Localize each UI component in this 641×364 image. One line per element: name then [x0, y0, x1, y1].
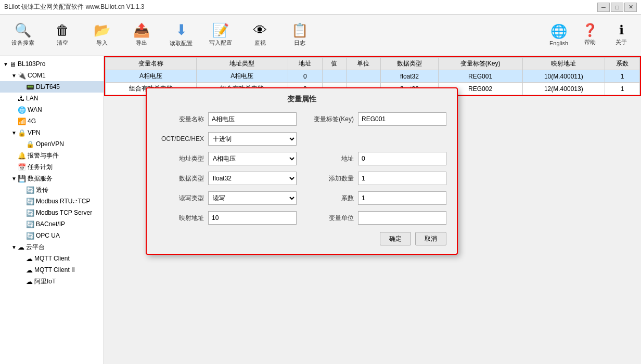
export-button[interactable]: 📤 导出	[124, 18, 159, 53]
sidebar-item-vpn[interactable]: ▼🔒VPN	[0, 127, 104, 138]
toolbar: 🔍 设备搜索 🗑 清空 📂 导入 📤 导出 ⬇ 读取配置 📝 写入配置 👁 监视…	[0, 15, 641, 56]
log-button[interactable]: 📋 日志	[282, 18, 317, 53]
tree-node-icon-modbus-tcp-server: 🔄	[26, 209, 34, 217]
tree-node-icon-cloud: ☁	[18, 243, 24, 251]
sidebar-item-alert[interactable]: 🔔报警与事件	[0, 150, 104, 161]
content-area: 变量名称地址类型地址值单位数据类型变量标签(Key)映射地址系数 A相电压A相电…	[104, 56, 641, 364]
tree-label-wan: WAN	[28, 106, 42, 113]
english-button[interactable]: 🌐 English	[544, 18, 573, 53]
addr-row: 地址	[307, 152, 446, 165]
title-text: BLiiot 钡铼工业网关配置软件 www.BLiiot.cn V1.1.3	[4, 3, 144, 11]
sidebar-item-4g[interactable]: 📶4G	[0, 115, 104, 127]
oct-dec-hex-label: OCT/DEC/HEX	[157, 135, 204, 142]
tree-label-mqtt-client: MQTT Client	[34, 255, 70, 262]
coeff-row: 系数	[307, 191, 446, 205]
add-count-input[interactable]	[358, 172, 446, 185]
tree-node-icon-openvpn: 🔒	[26, 140, 34, 148]
table-header-cell: 变量标签(Key)	[438, 58, 522, 70]
addr-type-select[interactable]: A相电压	[208, 152, 297, 165]
expand-icon-com1: ▼	[10, 73, 18, 79]
help-button[interactable]: ❓ 帮助	[575, 18, 605, 53]
dialog-title: 变量属性	[157, 95, 446, 104]
export-icon: 📤	[133, 23, 150, 37]
tree-label-openvpn: OpenVPN	[36, 140, 64, 148]
tree-label-4g: 4G	[28, 118, 36, 125]
about-label: 关于	[616, 38, 627, 46]
expand-icon-cloud: ▼	[10, 244, 18, 250]
clear-icon: 🗑	[56, 23, 69, 37]
add-count-label: 添加数量	[307, 174, 354, 183]
tree-node-icon-opc-ua: 🔄	[26, 232, 34, 240]
sidebar-item-data-service[interactable]: ▼💾数据服务	[0, 173, 104, 184]
unit-input[interactable]	[358, 211, 446, 225]
tree-label-dl-t645: DL/T645	[36, 83, 60, 90]
table-row[interactable]: A相电压A相电压0float32REG00110(M.400011)1	[106, 70, 640, 83]
import-button[interactable]: 📂 导入	[84, 18, 120, 53]
addr-input[interactable]	[358, 152, 446, 165]
monitor-icon: 👁	[253, 23, 267, 37]
sidebar-item-com1[interactable]: ▼🔌COM1	[0, 70, 104, 81]
sidebar-item-transparent[interactable]: 🔄透传	[0, 184, 104, 196]
table-cell: A相电压	[197, 70, 288, 83]
minimize-button[interactable]: ─	[597, 3, 610, 12]
map-addr-input[interactable]	[208, 211, 297, 225]
addr-type-label: 地址类型	[157, 154, 204, 163]
tree-label-vpn: VPN	[28, 129, 41, 136]
sidebar-item-opc-ua[interactable]: 🔄OPC UA	[0, 230, 104, 241]
write-config-icon: 📝	[212, 23, 229, 37]
sidebar-item-modbus-tcp-server[interactable]: 🔄Modbus TCP Server	[0, 207, 104, 218]
write-config-label: 写入配置	[209, 39, 232, 47]
tree-label-data-service: 数据服务	[28, 174, 53, 183]
addr-type-row: 地址类型 A相电压	[157, 152, 297, 165]
about-button[interactable]: ℹ 关于	[607, 18, 636, 53]
close-button[interactable]: ✕	[624, 3, 637, 12]
clear-label: 清空	[57, 39, 68, 47]
oct-dec-hex-select[interactable]: 十进制八进制十六进制	[208, 132, 297, 146]
addr-label: 地址	[307, 154, 354, 163]
tree-label-modbus-rtu-tcp: Modbus RTU⇌TCP	[36, 198, 90, 205]
data-type-row: 数据类型 float32int16int32uint16uint32	[157, 172, 297, 185]
read-config-button[interactable]: ⬇ 读取配置	[163, 18, 199, 53]
variable-properties-dialog: 变量属性 变量名称 变量标签(Key) OCT/DEC/HEX 十进制八进制十六…	[146, 87, 458, 255]
sidebar-item-task[interactable]: 📅任务计划	[0, 161, 104, 173]
tree-label-bacnet-ip: BACnet/IP	[36, 220, 65, 228]
tree-label-lan: LAN	[26, 95, 38, 102]
tree-node-icon-mqtt-client-2: ☁	[26, 266, 33, 274]
tree-label-cloud: 云平台	[26, 243, 45, 252]
table-cell	[323, 70, 346, 83]
write-config-button[interactable]: 📝 写入配置	[203, 18, 238, 53]
coeff-input[interactable]	[358, 191, 446, 205]
log-label: 日志	[294, 39, 305, 47]
sidebar-item-dl-t645[interactable]: 📟DL/T645	[0, 81, 104, 93]
sidebar-item-bacnet-ip[interactable]: 🔄BACnet/IP	[0, 218, 104, 230]
tree-node-icon-bl103pro: 🖥	[9, 60, 16, 68]
data-type-select[interactable]: float32int16int32uint16uint32	[208, 172, 297, 185]
table-cell: 1	[605, 70, 640, 83]
sidebar-item-wan[interactable]: 🌐WAN	[0, 104, 104, 115]
monitor-button[interactable]: 👁 监视	[242, 18, 278, 53]
table-header-cell: 数据类型	[381, 58, 438, 70]
table-header: 变量名称地址类型地址值单位数据类型变量标签(Key)映射地址系数	[106, 58, 640, 70]
expand-icon-data-service: ▼	[10, 176, 18, 181]
sidebar-item-cloud[interactable]: ▼☁云平台	[0, 241, 104, 253]
sidebar-item-mqtt-client[interactable]: ☁MQTT Client	[0, 253, 104, 264]
tree-node-icon-data-service: 💾	[18, 175, 26, 183]
rw-type-select[interactable]: 读写只读只写	[208, 191, 297, 205]
sidebar-item-bl103pro[interactable]: ▼🖥BL103Pro	[0, 58, 104, 70]
tree-node-icon-bacnet-ip: 🔄	[26, 220, 34, 228]
sidebar-item-openvpn[interactable]: 🔒OpenVPN	[0, 138, 104, 150]
clear-button[interactable]: 🗑 清空	[45, 18, 80, 53]
var-key-input[interactable]	[358, 112, 446, 126]
import-label: 导入	[96, 39, 108, 47]
maximize-button[interactable]: □	[611, 3, 623, 12]
device-search-button[interactable]: 🔍 设备搜索	[5, 18, 41, 53]
sidebar-item-modbus-rtu-tcp[interactable]: 🔄Modbus RTU⇌TCP	[0, 196, 104, 207]
table-header-cell: 变量名称	[106, 58, 197, 70]
sidebar-item-aliyun-iot[interactable]: ☁阿里IoT	[0, 276, 104, 287]
cancel-button[interactable]: 取消	[415, 232, 446, 245]
confirm-button[interactable]: 确定	[380, 232, 411, 245]
table-header-cell: 地址类型	[197, 58, 288, 70]
sidebar-item-lan[interactable]: 🖧LAN	[0, 93, 104, 104]
var-name-input[interactable]	[208, 112, 297, 126]
sidebar-item-mqtt-client-2[interactable]: ☁MQTT Client II	[0, 264, 104, 276]
